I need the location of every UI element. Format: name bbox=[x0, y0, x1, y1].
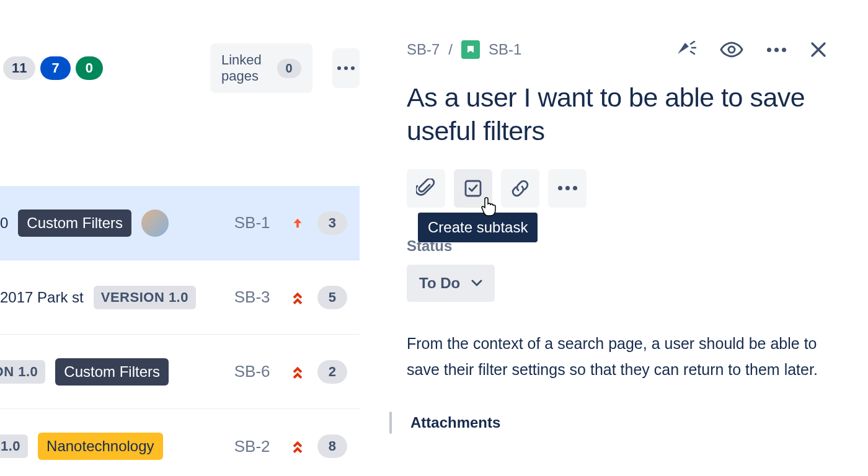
breadcrumb-current[interactable]: SB-1 bbox=[489, 41, 521, 58]
row-fragment: 0 bbox=[0, 214, 8, 232]
issue-toolbar: Create subtask bbox=[407, 169, 833, 208]
priority-highest-icon bbox=[289, 290, 306, 305]
count-pill-blue[interactable]: 7 bbox=[40, 56, 70, 80]
story-type-icon bbox=[461, 40, 480, 59]
more-actions-button[interactable] bbox=[332, 48, 360, 88]
linked-pages-label: Linked pages bbox=[221, 52, 267, 84]
issue-key: SB-2 bbox=[234, 437, 278, 456]
row-fragment: 2017 Park st bbox=[0, 289, 84, 306]
chevron-down-icon bbox=[471, 280, 482, 287]
create-subtask-button[interactable] bbox=[454, 169, 492, 208]
issue-title[interactable]: As a user I want to be able to save usef… bbox=[407, 81, 833, 148]
svg-point-3 bbox=[728, 46, 735, 53]
version-tag[interactable]: ION 1.0 bbox=[0, 360, 45, 384]
header-actions bbox=[675, 40, 827, 59]
priority-highest-icon bbox=[289, 439, 306, 454]
story-points: 5 bbox=[317, 286, 347, 309]
issue-key: SB-1 bbox=[234, 213, 278, 232]
priority-medium-up-icon bbox=[289, 216, 306, 230]
linked-pages-count: 0 bbox=[277, 59, 301, 78]
kebab-icon bbox=[337, 66, 355, 70]
version-tag[interactable]: VERSION 1.0 bbox=[94, 286, 196, 309]
assignee-avatar[interactable] bbox=[141, 209, 169, 237]
toolbar-more-button[interactable] bbox=[548, 169, 587, 208]
tooltip: Create subtask bbox=[418, 213, 538, 242]
close-icon[interactable] bbox=[810, 41, 827, 58]
issue-key: SB-6 bbox=[234, 362, 278, 381]
svg-line-2 bbox=[691, 51, 694, 54]
issue-key: SB-3 bbox=[234, 288, 278, 307]
version-tag[interactable]: N 1.0 bbox=[0, 434, 28, 458]
issue-detail-panel: SB-7 / SB-1 bbox=[384, 0, 856, 476]
watch-icon[interactable] bbox=[720, 42, 743, 58]
story-points: 8 bbox=[317, 434, 347, 458]
link-button[interactable] bbox=[501, 169, 539, 208]
breadcrumb: SB-7 / SB-1 bbox=[407, 40, 521, 59]
epic-tag[interactable]: Nanotechnology bbox=[38, 433, 162, 460]
top-controls: 11 7 0 Linked pages 0 bbox=[0, 0, 360, 93]
epic-tag[interactable]: Custom Filters bbox=[18, 209, 131, 237]
feedback-icon[interactable] bbox=[675, 40, 696, 59]
issue-rows: 0 Custom Filters SB-1 3 2017 Park st VER… bbox=[0, 186, 360, 476]
backlog-panel: 11 7 0 Linked pages 0 0 Custom Filters S… bbox=[0, 0, 360, 476]
attach-button[interactable] bbox=[407, 169, 445, 208]
epic-tag[interactable]: Custom Filters bbox=[55, 358, 169, 386]
svg-line-0 bbox=[691, 42, 694, 44]
attachments-header: Attachments bbox=[407, 414, 833, 431]
issue-row[interactable]: 2017 Park st VERSION 1.0 SB-3 5 bbox=[0, 260, 360, 335]
story-points: 2 bbox=[317, 360, 347, 384]
priority-highest-icon bbox=[289, 364, 306, 379]
more-icon[interactable] bbox=[767, 48, 786, 52]
story-points: 3 bbox=[317, 211, 347, 235]
count-pill-gray[interactable]: 11 bbox=[3, 56, 35, 80]
count-pill-green[interactable]: 0 bbox=[76, 56, 103, 80]
issue-row[interactable]: ION 1.0 Custom Filters SB-6 2 bbox=[0, 335, 360, 409]
status-dropdown[interactable]: To Do bbox=[407, 265, 495, 302]
breadcrumb-separator: / bbox=[448, 41, 453, 58]
status-value: To Do bbox=[419, 275, 460, 292]
breadcrumb-parent[interactable]: SB-7 bbox=[407, 41, 440, 58]
linked-pages-button[interactable]: Linked pages 0 bbox=[210, 43, 312, 93]
issue-description[interactable]: From the context of a search page, a use… bbox=[407, 330, 828, 383]
issue-row[interactable]: N 1.0 Nanotechnology SB-2 8 bbox=[0, 409, 360, 476]
issue-row[interactable]: 0 Custom Filters SB-1 3 bbox=[0, 186, 360, 260]
